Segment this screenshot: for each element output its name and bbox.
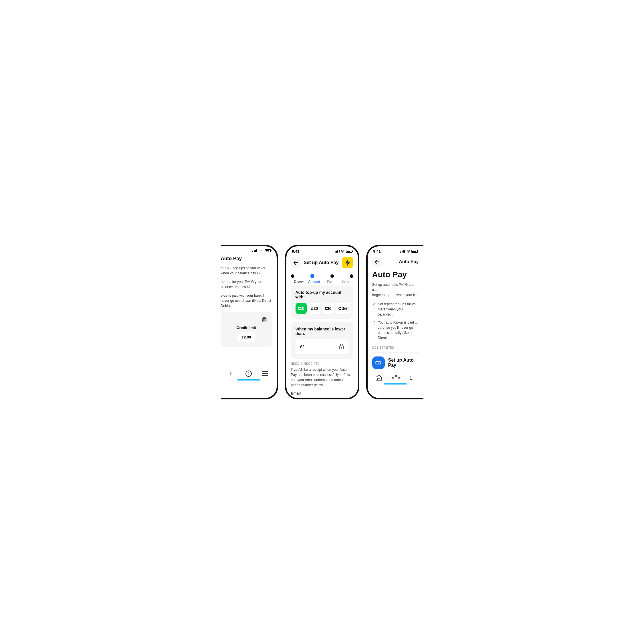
- screen1-desc1: c PAYG top-ups so you never when your ba…: [221, 265, 272, 276]
- header-title-right: Auto Pay: [399, 259, 419, 264]
- status-icons-left: [252, 249, 271, 252]
- get-started-label: GET STARTED: [372, 346, 419, 349]
- step-dot-3: [330, 274, 334, 278]
- screenshot-container: Auto Pay c PAYG top-ups so you never whe…: [193, 245, 451, 399]
- svg-point-28: [398, 377, 399, 379]
- step-label-pay: Pay: [322, 280, 338, 283]
- battery-icon-left: [265, 249, 271, 252]
- screen1-desc3: o-up is paid with your bank ll never go …: [221, 293, 272, 308]
- phone-left: Auto Pay c PAYG top-ups so you never whe…: [221, 245, 278, 399]
- svg-rect-9: [262, 375, 268, 376]
- amount-options: £10 £20 £30 Other: [296, 303, 349, 314]
- nav-icon-menu-left[interactable]: [262, 371, 268, 376]
- amount-btn-10[interactable]: £10: [296, 303, 307, 314]
- amount-btn-30[interactable]: £30: [322, 303, 334, 314]
- balance-title: When my balance is lower than:: [296, 327, 349, 336]
- nav-icon-topup-right[interactable]: £: [410, 374, 415, 381]
- stepper-dots: [291, 274, 353, 278]
- svg-text:£: £: [229, 372, 231, 376]
- screen3-header: Auto Pay: [368, 255, 423, 269]
- credit-limit-label: Credit limit: [225, 326, 267, 330]
- phone-center: 9:41: [285, 245, 359, 399]
- step-line-3: [334, 276, 350, 276]
- bottom-nav-right: £: [368, 369, 423, 386]
- lock-icon: [339, 343, 344, 350]
- bottom-nav-left: £ ?: [221, 365, 277, 382]
- checklist: ✓ Set repeat top-ups for yo... meter whe…: [372, 302, 419, 340]
- nav-icon-home-right[interactable]: [376, 375, 382, 381]
- back-button-right[interactable]: [372, 257, 382, 267]
- amount-btn-20[interactable]: £20: [309, 303, 320, 314]
- screen2-header: Set up Auto Pay: [286, 255, 358, 271]
- step-dot-4: [350, 274, 353, 278]
- header-title-center: Set up Auto Pay: [304, 260, 338, 265]
- receipt-label: NEED A RECEIPT?: [291, 362, 353, 365]
- nav-icon-network-right[interactable]: [392, 375, 400, 380]
- autopay-desc: Set up automatic PAYG top-u...forget to …: [372, 282, 419, 298]
- svg-point-24: [408, 252, 409, 253]
- nav-icon-help-left[interactable]: ?: [245, 370, 252, 377]
- step-dot-1: [291, 274, 294, 278]
- amount-title: Auto top-up my account with:: [296, 290, 349, 299]
- screen3-body: Auto Pay Set up automatic PAYG top-u...f…: [368, 269, 423, 369]
- wifi-icon-right: [406, 250, 410, 253]
- trash-icon[interactable]: [225, 316, 267, 323]
- step-label-energy: Energy: [291, 280, 307, 283]
- screen1-desc2: op-ups for your PAYG your balance reache…: [221, 279, 272, 290]
- infinity-icon: [372, 356, 385, 369]
- status-icons-center: [335, 250, 352, 253]
- svg-point-27: [395, 376, 397, 377]
- svg-rect-25: [378, 378, 380, 381]
- battery-icon-right: [411, 250, 418, 253]
- check-mark-2: ✓: [372, 320, 376, 325]
- signal-bars-left: [252, 249, 257, 252]
- svg-line-29: [394, 377, 395, 377]
- step-dot-2: [310, 274, 314, 278]
- step-line-2: [314, 276, 330, 276]
- receipt-desc: If you'd like a receipt when your Auto P…: [291, 367, 353, 388]
- check-text-1: Set repeat top-ups for yo... meter when …: [378, 302, 419, 317]
- svg-text:£: £: [410, 375, 413, 381]
- signal-bars-center: [335, 250, 340, 253]
- autopay-main-title: Auto Pay: [372, 269, 419, 279]
- check-item-1: ✓ Set repeat top-ups for yo... meter whe…: [372, 302, 419, 317]
- balance-value: £2: [300, 344, 305, 349]
- time-right: 9:41: [373, 249, 381, 253]
- signal-bars-right: [400, 250, 405, 253]
- help-circle: ?: [245, 370, 252, 377]
- battery-icon-center: [346, 250, 352, 253]
- balance-input[interactable]: £2: [296, 339, 349, 354]
- check-text-2: Your auto top-up is paid ... card, so yo…: [378, 320, 419, 340]
- email-input[interactable]: sam@example.com: [291, 397, 353, 399]
- wifi-icon-center: [341, 250, 345, 253]
- status-bar-center: 9:41: [286, 246, 358, 255]
- screen1-content: Auto Pay c PAYG top-ups so you never whe…: [221, 253, 277, 382]
- back-button-center[interactable]: [291, 258, 301, 267]
- svg-rect-8: [262, 373, 268, 374]
- setup-autopay-btn[interactable]: Set up Auto Pay: [372, 356, 419, 369]
- svg-rect-7: [262, 371, 268, 372]
- status-bar-left: [221, 246, 277, 253]
- step-line-1: [294, 276, 310, 276]
- step-label-done: Done: [338, 280, 353, 283]
- stepper: Energy Amount Pay Done: [286, 271, 358, 286]
- lightning-button[interactable]: [342, 257, 353, 268]
- amount-btn-other[interactable]: Other: [336, 303, 351, 314]
- status-icons-right: [400, 250, 418, 253]
- amount-section: Auto top-up my account with: £10 £20 £30…: [291, 286, 353, 319]
- check-mark-1: ✓: [372, 302, 376, 306]
- svg-point-26: [392, 377, 394, 379]
- credit-limit-value: £2.00: [237, 332, 256, 342]
- phone-right: 9:41: [366, 245, 423, 399]
- svg-line-30: [397, 377, 398, 377]
- stepper-labels: Energy Amount Pay Done: [291, 280, 353, 283]
- wifi-icon-left: [259, 249, 263, 252]
- check-item-2: ✓ Your auto top-up is paid ... card, so …: [372, 320, 419, 340]
- email-label: Email: [291, 391, 353, 395]
- nav-icon-topup-left[interactable]: £: [229, 370, 235, 377]
- setup-btn-text: Set up Auto Pay: [388, 358, 419, 368]
- time-center: 9:41: [292, 249, 300, 253]
- receipt-section: NEED A RECEIPT? If you'd like a receipt …: [286, 362, 358, 399]
- screen1-title: Auto Pay: [221, 253, 272, 261]
- status-bar-right: 9:41: [368, 246, 423, 255]
